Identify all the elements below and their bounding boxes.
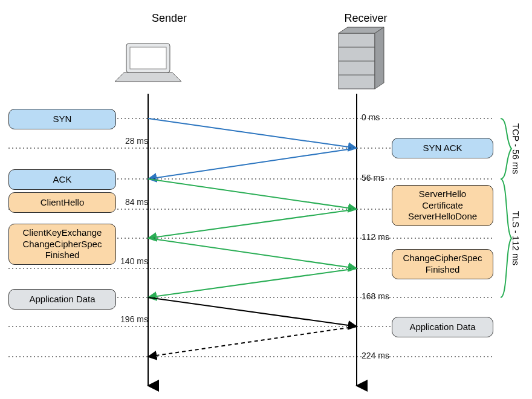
svg-rect-3 bbox=[339, 33, 375, 89]
phase-brace bbox=[501, 179, 511, 297]
message-arrow bbox=[148, 148, 357, 179]
time-label-right: 112 ms bbox=[362, 232, 395, 242]
message-arrow bbox=[148, 179, 357, 209]
time-label-left: 28 ms bbox=[118, 136, 148, 146]
message-box: ClientHello bbox=[8, 192, 116, 213]
phase-label: TLS - 112 ms bbox=[511, 183, 521, 294]
laptop-icon bbox=[115, 44, 181, 82]
message-arrow bbox=[148, 238, 357, 268]
message-box: ServerHello Certificate ServerHelloDone bbox=[392, 185, 493, 226]
sender-label: Sender bbox=[139, 12, 199, 25]
message-arrow bbox=[148, 297, 357, 326]
svg-rect-1 bbox=[126, 44, 170, 73]
time-label-left: 140 ms bbox=[118, 256, 148, 266]
message-box: ClientKeyExchange ChangeCipherSpec Finis… bbox=[8, 224, 116, 265]
phase-brace bbox=[501, 118, 511, 179]
message-arrow bbox=[148, 268, 357, 297]
message-arrow bbox=[148, 118, 357, 148]
time-label-right: 56 ms bbox=[362, 173, 395, 183]
message-box: Application Data bbox=[392, 317, 493, 337]
svg-marker-5 bbox=[375, 27, 384, 89]
phase-label: TCP - 56 ms bbox=[511, 122, 521, 175]
time-label-left: 196 ms bbox=[118, 314, 148, 324]
message-box: SYN bbox=[8, 109, 116, 129]
receiver-label: Receiver bbox=[336, 12, 396, 25]
svg-marker-4 bbox=[339, 27, 384, 33]
time-label-right: 0 ms bbox=[362, 112, 395, 122]
message-box: Application Data bbox=[8, 289, 116, 310]
message-arrow bbox=[148, 209, 357, 238]
message-box: ACK bbox=[8, 169, 116, 190]
time-label-right: 224 ms bbox=[362, 351, 395, 360]
message-box: ChangeCipherSpec Finished bbox=[392, 249, 493, 279]
message-arrow bbox=[148, 326, 357, 357]
tls-handshake-diagram: Sender Receiver bbox=[0, 0, 532, 399]
server-icon bbox=[339, 27, 384, 89]
svg-rect-2 bbox=[130, 47, 166, 69]
svg-marker-0 bbox=[115, 73, 181, 82]
time-label-right: 168 ms bbox=[362, 291, 395, 301]
message-box: SYN ACK bbox=[392, 138, 493, 158]
time-label-left: 84 ms bbox=[118, 197, 148, 207]
